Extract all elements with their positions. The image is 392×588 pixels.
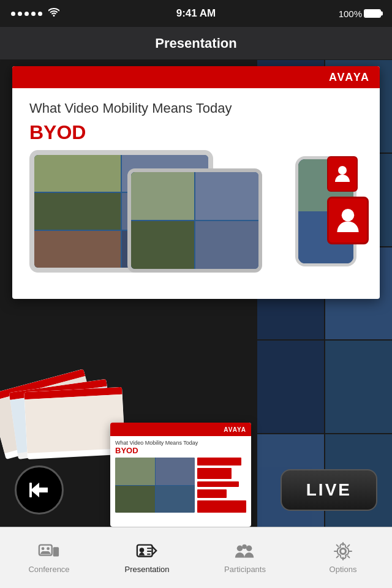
- tab-bar: Conference Presentation Participants: [0, 527, 392, 588]
- floating-slide-title: What Video Mobility Means Today: [115, 440, 246, 446]
- chart-bar-2: [197, 468, 232, 479]
- fv-cell-2: [156, 458, 195, 485]
- slide-header: AVAYA: [12, 66, 380, 88]
- avaya-logo: AVAYA: [329, 71, 370, 84]
- battery-percent: 100%: [339, 9, 362, 19]
- tab-participants-label: Participants: [224, 565, 266, 574]
- fv-cell-1: [115, 458, 155, 485]
- fv-cell-3: [115, 486, 155, 513]
- tab-conference[interactable]: Conference: [0, 527, 98, 588]
- tab-presentation-label: Presentation: [125, 565, 170, 574]
- video-cell-5: [34, 231, 121, 268]
- person-icon-large: [327, 197, 369, 244]
- floating-slide-body: What Video Mobility Means Today BYOD: [110, 436, 251, 516]
- slide-title: What Video Mobility Means Today: [29, 100, 363, 116]
- svg-point-1: [342, 209, 355, 222]
- bg-cell-8: [325, 341, 392, 433]
- floating-slide-header: AVAYA: [110, 423, 251, 436]
- live-label: LIVE: [306, 480, 352, 499]
- tab-conference-label: Conference: [28, 565, 69, 574]
- phone-cell-3: [131, 221, 194, 269]
- phone-cell-4: [195, 221, 258, 269]
- video-cell-1: [34, 155, 121, 192]
- signal-dot-1: [11, 12, 15, 16]
- chart-bar-1: [197, 458, 241, 466]
- signal-dot-4: [31, 12, 36, 16]
- wifi-icon: [48, 8, 59, 19]
- presentation-icon: [136, 541, 158, 561]
- bg-cell-7: [257, 341, 324, 433]
- svg-point-10: [55, 549, 58, 552]
- nav-bar: Presentation: [0, 27, 392, 60]
- signal-dots: [11, 12, 42, 16]
- slide-container: AVAYA What Video Mobility Means Today BY…: [12, 66, 380, 299]
- tab-presentation[interactable]: Presentation: [98, 527, 196, 588]
- phone-mockup: [127, 168, 262, 273]
- signal-dot-5: [38, 12, 42, 16]
- floating-video-area: [115, 458, 195, 513]
- signal-dot-3: [24, 12, 29, 16]
- battery: 100%: [339, 9, 381, 19]
- tab-options[interactable]: Options: [294, 527, 392, 588]
- person-icon-small-svg: [335, 165, 350, 183]
- fv-cell-4: [156, 486, 195, 513]
- person-icon-large-svg: [337, 207, 359, 234]
- chart-bar-4: [197, 489, 227, 498]
- slide-body: What Video Mobility Means Today BYOD: [12, 88, 380, 291]
- svg-point-15: [242, 545, 247, 549]
- phone-cell-1: [131, 172, 194, 220]
- chart-bar-5: [197, 500, 246, 513]
- nav-title: Presentation: [155, 36, 236, 51]
- person-icons-group: [327, 156, 369, 244]
- svg-marker-2: [31, 483, 48, 497]
- participants-icon: [234, 541, 256, 561]
- svg-point-0: [338, 166, 347, 175]
- svg-point-13: [237, 546, 243, 551]
- chart-bar-3: [197, 481, 239, 487]
- status-left: [11, 8, 59, 19]
- status-right: 100%: [339, 9, 381, 19]
- tab-participants[interactable]: Participants: [196, 527, 294, 588]
- slide-byod: BYOD: [29, 121, 363, 144]
- svg-rect-8: [47, 547, 50, 550]
- floating-slide-byod: BYOD: [115, 446, 246, 455]
- status-bar: 9:41 AM 100%: [0, 0, 392, 27]
- slide-devices: [29, 150, 363, 285]
- battery-fill: [365, 10, 380, 17]
- prev-button[interactable]: [15, 466, 64, 514]
- svg-rect-3: [29, 483, 32, 497]
- signal-dot-2: [18, 12, 22, 16]
- live-button[interactable]: LIVE: [281, 469, 377, 511]
- status-time: 9:41 AM: [176, 7, 216, 20]
- phone-screen: [131, 172, 258, 269]
- floating-slide-content: [115, 458, 246, 513]
- floating-avaya-logo: AVAYA: [224, 426, 246, 433]
- svg-point-12: [140, 548, 145, 552]
- conference-icon: [38, 541, 60, 561]
- main-content: AVAYA What Video Mobility Means Today BY…: [0, 60, 392, 527]
- svg-rect-7: [42, 547, 45, 550]
- phone-cell-2: [195, 172, 258, 220]
- prev-icon: [28, 479, 50, 501]
- devices-area: [29, 150, 363, 285]
- floating-chart-area: [197, 458, 246, 513]
- options-icon: [332, 541, 354, 561]
- battery-bar: [364, 9, 381, 18]
- person-icon-small: [327, 156, 358, 192]
- video-cell-3: [34, 193, 121, 230]
- svg-point-14: [246, 546, 252, 551]
- floating-slide: AVAYA What Video Mobility Means Today BY…: [110, 423, 251, 527]
- tab-options-label: Options: [330, 565, 357, 574]
